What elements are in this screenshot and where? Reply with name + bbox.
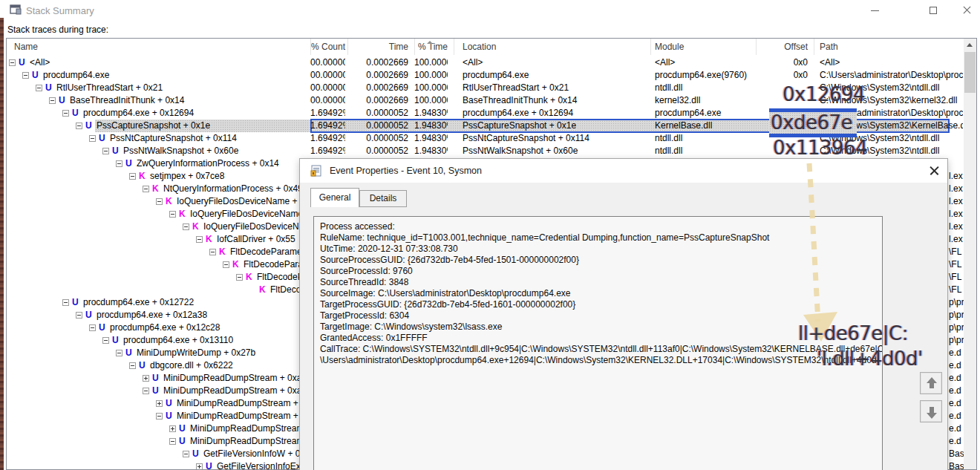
user-frame-icon: U — [85, 120, 92, 132]
path-fragment: e.d — [949, 385, 961, 397]
vertical-scrollbar[interactable] — [964, 39, 976, 469]
collapse-icon[interactable] — [62, 299, 69, 306]
collapse-icon[interactable] — [76, 312, 82, 319]
collapse-icon[interactable] — [143, 388, 149, 394]
column-header-time[interactable]: Time — [347, 39, 408, 55]
column-header-module[interactable]: Module — [655, 39, 744, 55]
cell-location: PssNtWalkSnapshot + 0x60e — [463, 145, 648, 157]
cell-ptime: 1.94830% — [414, 107, 448, 120]
column-header--count[interactable]: % Count — [310, 39, 345, 55]
collapse-icon[interactable] — [223, 261, 229, 268]
close-button[interactable] — [956, 1, 979, 19]
user-frame-icon: U — [72, 107, 79, 120]
cell-location: PssCaptureSnapshot + 0x1e — [463, 120, 648, 132]
cell-time: 0.0002669 — [347, 69, 408, 82]
cell-location: procdump64.exe — [463, 69, 648, 82]
collapse-icon[interactable] — [169, 438, 176, 445]
collapse-icon[interactable] — [129, 173, 136, 180]
annotation-calltrace-de67e: ll+de67e|C: — [798, 322, 908, 345]
previous-event-button[interactable] — [920, 372, 942, 394]
collapse-icon[interactable] — [9, 59, 16, 66]
path-fragment: e.d — [949, 410, 961, 422]
collapse-icon[interactable] — [129, 362, 136, 369]
path-fragment: l.ex — [949, 195, 963, 208]
tree-item-label: procdump64.exe + 0x12c28 — [110, 322, 220, 334]
screen: Stack Summary Stack traces during trace:… — [0, 0, 980, 470]
path-fragment: Bas — [949, 448, 964, 460]
column-header-path[interactable]: Path — [820, 39, 931, 55]
tree-item-label: IoQueryFileDosDeviceName + 0x5e — [177, 195, 319, 208]
tree-row[interactable]: Uprocdump64.exe00.00000%0.0002669100.000… — [7, 69, 964, 82]
expand-icon[interactable] — [196, 463, 203, 470]
collapse-icon[interactable] — [116, 350, 122, 356]
scroll-up-button[interactable] — [964, 39, 976, 51]
collapse-icon[interactable] — [116, 160, 122, 167]
tab-general[interactable]: General — [310, 188, 359, 207]
column-header-location[interactable]: Location — [463, 39, 611, 55]
cell-count: 00.00000% — [310, 82, 345, 94]
collapse-icon[interactable] — [22, 72, 29, 79]
collapse-icon[interactable] — [169, 211, 176, 218]
collapse-icon[interactable] — [89, 324, 96, 331]
path-fragment: p\pr — [949, 309, 964, 322]
collapse-icon[interactable] — [183, 223, 189, 230]
tab-details[interactable]: Details — [359, 190, 407, 207]
collapse-icon[interactable] — [102, 337, 109, 344]
cell-module: ntdll.dll — [655, 82, 751, 94]
collapse-icon[interactable] — [156, 198, 163, 205]
tree-item-label: procdump64.exe + 0x12722 — [83, 296, 194, 309]
tree-item-label: RtlUserThreadStart + 0x21 — [56, 82, 163, 94]
dialog-close-button[interactable] — [925, 163, 943, 179]
user-frame-icon: U — [152, 385, 159, 397]
scroll-up-icon — [967, 43, 973, 47]
maximize-button[interactable] — [922, 1, 945, 19]
scrollbar-thumb[interactable] — [964, 52, 976, 93]
kernel-frame-icon: K — [152, 183, 159, 195]
expand-icon[interactable] — [143, 375, 149, 382]
header-separator — [347, 39, 348, 55]
user-frame-icon: U — [112, 145, 119, 157]
next-event-button[interactable] — [920, 400, 942, 422]
collapse-icon[interactable] — [156, 413, 163, 420]
collapse-icon[interactable] — [209, 249, 216, 255]
tree-item-label: procdump64.exe + 0x12a38 — [97, 309, 207, 322]
sort-indicator-icon — [427, 41, 433, 44]
cell-ptime: 100.00000% — [414, 94, 448, 107]
expand-icon[interactable] — [156, 400, 163, 407]
collapse-icon[interactable] — [143, 186, 149, 192]
collapse-icon[interactable] — [62, 110, 69, 117]
collapse-icon[interactable] — [36, 85, 42, 91]
cell-offset: 0x0 — [756, 56, 808, 69]
cell-time: 0.0002669 — [347, 82, 408, 94]
tree-item-label: NtQueryInformationProcess + 0x491 — [163, 183, 307, 195]
column-header-name[interactable]: Name — [14, 39, 163, 55]
cell-module: <All> — [655, 56, 751, 69]
collapse-icon[interactable] — [183, 451, 189, 457]
path-fragment: e.d — [949, 397, 961, 410]
expand-icon[interactable] — [169, 425, 176, 432]
user-frame-icon: U — [112, 334, 119, 347]
collapse-icon[interactable] — [102, 148, 109, 154]
user-frame-icon: U — [45, 82, 52, 94]
cell-module: procdump64.exe(9760) — [655, 69, 751, 82]
collapse-icon[interactable] — [236, 274, 243, 281]
collapse-icon[interactable] — [76, 123, 82, 129]
cell-ptime: 100.00000% — [414, 56, 448, 69]
path-fragment: l.ex — [949, 170, 963, 183]
tree-item-label: procdump64.exe + 0x13110 — [123, 334, 233, 347]
column-header-offset[interactable]: Offset — [756, 39, 808, 55]
cell-module: KernelBase.dll — [655, 120, 751, 132]
collapse-icon[interactable] — [49, 97, 56, 104]
cell-location: BaseThreadInitThunk + 0x14 — [463, 94, 648, 107]
tree-item-label: BaseThreadInitThunk + 0x14 — [70, 94, 184, 107]
path-fragment: e.d — [949, 347, 961, 359]
cell-module: ntdll.dll — [655, 132, 751, 145]
collapse-icon[interactable] — [89, 135, 96, 142]
user-frame-icon: U — [179, 435, 186, 448]
collapse-icon[interactable] — [196, 236, 203, 243]
cell-module: ntdll.dll — [655, 145, 751, 157]
path-fragment: e.d — [949, 359, 961, 372]
minimize-button[interactable] — [863, 1, 886, 19]
cell-location: PssNtCaptureSnapshot + 0x114 — [463, 132, 648, 145]
tree-row[interactable]: U<All>00.00000%0.0002669100.00000%<All><… — [7, 56, 964, 69]
